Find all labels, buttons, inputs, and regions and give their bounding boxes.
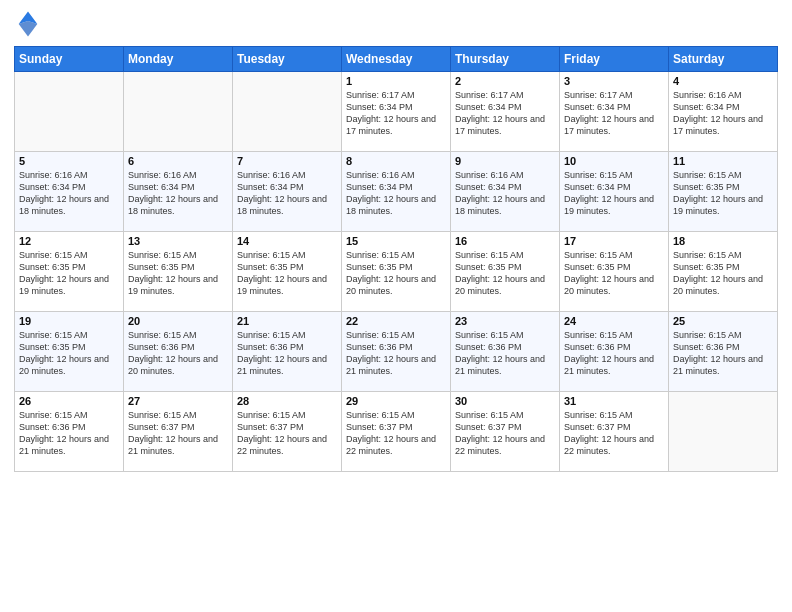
day-info: Sunrise: 6:15 AM Sunset: 6:36 PM Dayligh…	[237, 329, 337, 378]
day-number: 12	[19, 235, 119, 247]
day-number: 11	[673, 155, 773, 167]
calendar-cell: 24Sunrise: 6:15 AM Sunset: 6:36 PM Dayli…	[560, 312, 669, 392]
day-number: 29	[346, 395, 446, 407]
calendar-cell: 30Sunrise: 6:15 AM Sunset: 6:37 PM Dayli…	[451, 392, 560, 472]
day-info: Sunrise: 6:16 AM Sunset: 6:34 PM Dayligh…	[673, 89, 773, 138]
day-info: Sunrise: 6:17 AM Sunset: 6:34 PM Dayligh…	[564, 89, 664, 138]
calendar-cell: 6Sunrise: 6:16 AM Sunset: 6:34 PM Daylig…	[124, 152, 233, 232]
day-number: 8	[346, 155, 446, 167]
day-number: 22	[346, 315, 446, 327]
calendar-cell: 13Sunrise: 6:15 AM Sunset: 6:35 PM Dayli…	[124, 232, 233, 312]
calendar-cell	[15, 72, 124, 152]
header	[14, 10, 778, 38]
calendar-cell: 20Sunrise: 6:15 AM Sunset: 6:36 PM Dayli…	[124, 312, 233, 392]
calendar-cell: 17Sunrise: 6:15 AM Sunset: 6:35 PM Dayli…	[560, 232, 669, 312]
calendar-week-5: 26Sunrise: 6:15 AM Sunset: 6:36 PM Dayli…	[15, 392, 778, 472]
calendar-cell: 15Sunrise: 6:15 AM Sunset: 6:35 PM Dayli…	[342, 232, 451, 312]
day-info: Sunrise: 6:15 AM Sunset: 6:35 PM Dayligh…	[19, 249, 119, 298]
calendar-cell: 27Sunrise: 6:15 AM Sunset: 6:37 PM Dayli…	[124, 392, 233, 472]
calendar-cell: 8Sunrise: 6:16 AM Sunset: 6:34 PM Daylig…	[342, 152, 451, 232]
day-info: Sunrise: 6:15 AM Sunset: 6:35 PM Dayligh…	[346, 249, 446, 298]
calendar-cell	[233, 72, 342, 152]
day-number: 19	[19, 315, 119, 327]
calendar-cell: 2Sunrise: 6:17 AM Sunset: 6:34 PM Daylig…	[451, 72, 560, 152]
day-info: Sunrise: 6:15 AM Sunset: 6:36 PM Dayligh…	[673, 329, 773, 378]
day-number: 3	[564, 75, 664, 87]
calendar-cell: 18Sunrise: 6:15 AM Sunset: 6:35 PM Dayli…	[669, 232, 778, 312]
day-info: Sunrise: 6:15 AM Sunset: 6:34 PM Dayligh…	[564, 169, 664, 218]
day-info: Sunrise: 6:15 AM Sunset: 6:36 PM Dayligh…	[564, 329, 664, 378]
logo-icon	[14, 10, 42, 38]
day-info: Sunrise: 6:16 AM Sunset: 6:34 PM Dayligh…	[346, 169, 446, 218]
day-number: 1	[346, 75, 446, 87]
calendar-week-1: 1Sunrise: 6:17 AM Sunset: 6:34 PM Daylig…	[15, 72, 778, 152]
calendar-week-2: 5Sunrise: 6:16 AM Sunset: 6:34 PM Daylig…	[15, 152, 778, 232]
calendar-cell: 19Sunrise: 6:15 AM Sunset: 6:35 PM Dayli…	[15, 312, 124, 392]
day-number: 10	[564, 155, 664, 167]
day-number: 28	[237, 395, 337, 407]
day-number: 27	[128, 395, 228, 407]
day-info: Sunrise: 6:15 AM Sunset: 6:36 PM Dayligh…	[346, 329, 446, 378]
col-header-thursday: Thursday	[451, 47, 560, 72]
day-number: 26	[19, 395, 119, 407]
calendar-cell: 31Sunrise: 6:15 AM Sunset: 6:37 PM Dayli…	[560, 392, 669, 472]
day-number: 25	[673, 315, 773, 327]
day-info: Sunrise: 6:17 AM Sunset: 6:34 PM Dayligh…	[346, 89, 446, 138]
col-header-friday: Friday	[560, 47, 669, 72]
day-info: Sunrise: 6:15 AM Sunset: 6:37 PM Dayligh…	[564, 409, 664, 458]
day-info: Sunrise: 6:15 AM Sunset: 6:37 PM Dayligh…	[346, 409, 446, 458]
day-number: 24	[564, 315, 664, 327]
day-info: Sunrise: 6:17 AM Sunset: 6:34 PM Dayligh…	[455, 89, 555, 138]
calendar-cell: 23Sunrise: 6:15 AM Sunset: 6:36 PM Dayli…	[451, 312, 560, 392]
logo	[14, 10, 44, 38]
day-info: Sunrise: 6:15 AM Sunset: 6:35 PM Dayligh…	[128, 249, 228, 298]
day-info: Sunrise: 6:15 AM Sunset: 6:36 PM Dayligh…	[128, 329, 228, 378]
day-info: Sunrise: 6:15 AM Sunset: 6:35 PM Dayligh…	[237, 249, 337, 298]
day-number: 14	[237, 235, 337, 247]
calendar-table: SundayMondayTuesdayWednesdayThursdayFrid…	[14, 46, 778, 472]
day-info: Sunrise: 6:15 AM Sunset: 6:36 PM Dayligh…	[19, 409, 119, 458]
day-number: 4	[673, 75, 773, 87]
svg-marker-1	[19, 21, 38, 37]
day-info: Sunrise: 6:15 AM Sunset: 6:35 PM Dayligh…	[19, 329, 119, 378]
day-number: 18	[673, 235, 773, 247]
day-number: 30	[455, 395, 555, 407]
col-header-monday: Monday	[124, 47, 233, 72]
day-info: Sunrise: 6:16 AM Sunset: 6:34 PM Dayligh…	[237, 169, 337, 218]
day-number: 20	[128, 315, 228, 327]
day-info: Sunrise: 6:15 AM Sunset: 6:37 PM Dayligh…	[128, 409, 228, 458]
day-number: 6	[128, 155, 228, 167]
day-info: Sunrise: 6:15 AM Sunset: 6:36 PM Dayligh…	[455, 329, 555, 378]
calendar-cell: 14Sunrise: 6:15 AM Sunset: 6:35 PM Dayli…	[233, 232, 342, 312]
calendar-cell: 1Sunrise: 6:17 AM Sunset: 6:34 PM Daylig…	[342, 72, 451, 152]
day-info: Sunrise: 6:15 AM Sunset: 6:37 PM Dayligh…	[237, 409, 337, 458]
calendar-cell: 12Sunrise: 6:15 AM Sunset: 6:35 PM Dayli…	[15, 232, 124, 312]
calendar-cell	[669, 392, 778, 472]
calendar-header-row: SundayMondayTuesdayWednesdayThursdayFrid…	[15, 47, 778, 72]
calendar-cell: 7Sunrise: 6:16 AM Sunset: 6:34 PM Daylig…	[233, 152, 342, 232]
day-number: 16	[455, 235, 555, 247]
col-header-saturday: Saturday	[669, 47, 778, 72]
day-info: Sunrise: 6:15 AM Sunset: 6:35 PM Dayligh…	[564, 249, 664, 298]
calendar-week-4: 19Sunrise: 6:15 AM Sunset: 6:35 PM Dayli…	[15, 312, 778, 392]
col-header-tuesday: Tuesday	[233, 47, 342, 72]
day-number: 9	[455, 155, 555, 167]
calendar-cell: 28Sunrise: 6:15 AM Sunset: 6:37 PM Dayli…	[233, 392, 342, 472]
col-header-wednesday: Wednesday	[342, 47, 451, 72]
calendar-cell	[124, 72, 233, 152]
day-number: 5	[19, 155, 119, 167]
col-header-sunday: Sunday	[15, 47, 124, 72]
day-info: Sunrise: 6:15 AM Sunset: 6:35 PM Dayligh…	[673, 249, 773, 298]
calendar-cell: 11Sunrise: 6:15 AM Sunset: 6:35 PM Dayli…	[669, 152, 778, 232]
calendar-cell: 5Sunrise: 6:16 AM Sunset: 6:34 PM Daylig…	[15, 152, 124, 232]
calendar-cell: 25Sunrise: 6:15 AM Sunset: 6:36 PM Dayli…	[669, 312, 778, 392]
calendar-cell: 4Sunrise: 6:16 AM Sunset: 6:34 PM Daylig…	[669, 72, 778, 152]
day-number: 13	[128, 235, 228, 247]
day-number: 2	[455, 75, 555, 87]
day-number: 7	[237, 155, 337, 167]
day-info: Sunrise: 6:15 AM Sunset: 6:35 PM Dayligh…	[455, 249, 555, 298]
day-number: 15	[346, 235, 446, 247]
calendar-cell: 3Sunrise: 6:17 AM Sunset: 6:34 PM Daylig…	[560, 72, 669, 152]
day-info: Sunrise: 6:16 AM Sunset: 6:34 PM Dayligh…	[128, 169, 228, 218]
day-number: 23	[455, 315, 555, 327]
